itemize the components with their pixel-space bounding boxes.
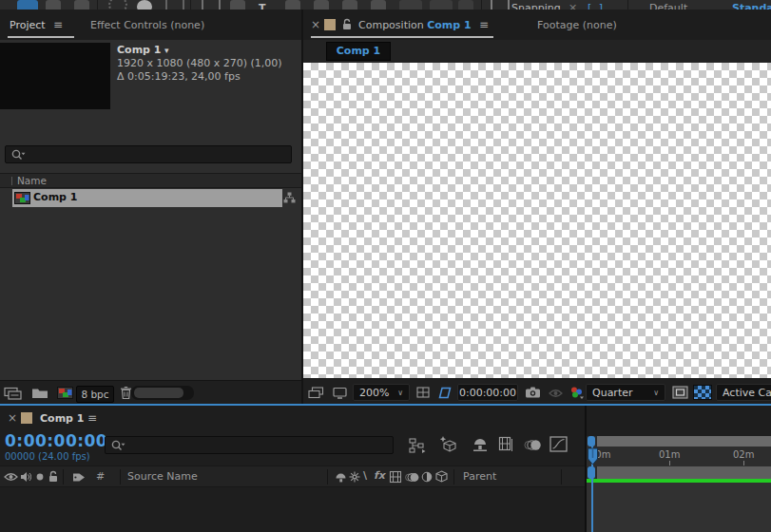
- tab-effect-controls[interactable]: Effect Controls (none): [90, 19, 204, 31]
- viewer-subtab-row: Comp 1: [303, 40, 771, 63]
- timeline-search-input[interactable]: [105, 436, 394, 454]
- project-item-info: Comp 1 ▾ 1920 x 1080 (480 x 270) (1,00) …: [117, 44, 282, 84]
- navigator-start-handle[interactable]: [588, 436, 595, 446]
- tab-project[interactable]: Project: [10, 19, 46, 31]
- new-folder-icon[interactable]: [31, 387, 48, 399]
- current-time-display[interactable]: 0:00:00:00: [5, 431, 107, 450]
- info-dropdown-icon[interactable]: ▾: [164, 46, 169, 55]
- graph-editor-icon[interactable]: [549, 436, 568, 452]
- column-divider: [120, 469, 121, 484]
- composition-mini-flowchart-icon[interactable]: [409, 438, 426, 453]
- info-duration: Δ 0:05:19:23, 24,00 fps: [117, 70, 282, 84]
- ruler-tick: [743, 461, 744, 466]
- panel-group-swatch[interactable]: [324, 19, 336, 30]
- composition-footer: 200% ∨ 0:00:00:00 Quarter ∨: [303, 378, 771, 406]
- channel-rgb-icon[interactable]: [569, 386, 584, 399]
- time-navigator-track[interactable]: [587, 436, 771, 446]
- source-name-column-header[interactable]: Source Name: [127, 470, 198, 483]
- work-area-track[interactable]: [587, 466, 771, 479]
- column-divider: [327, 469, 328, 484]
- monitor-icon[interactable]: [333, 387, 347, 399]
- show-snapshot-eye-icon[interactable]: [549, 389, 563, 398]
- resolution-dropdown[interactable]: Quarter ∨: [586, 384, 665, 401]
- project-list-header: Name: [0, 173, 301, 188]
- continuously-rasterize-icon[interactable]: \: [363, 469, 367, 482]
- chevron-down-icon: ∨: [397, 389, 403, 397]
- timeline-tab-comp[interactable]: Comp 1: [40, 412, 84, 425]
- motion-blur-icon[interactable]: [523, 439, 542, 451]
- frame-blend-column-icon[interactable]: [389, 470, 402, 484]
- composition-viewport[interactable]: [303, 63, 771, 378]
- always-preview-icon[interactable]: [308, 387, 324, 399]
- lock-icon[interactable]: [341, 18, 353, 30]
- tab-composition[interactable]: Composition Comp 1: [358, 19, 472, 31]
- adjustment-layer-icon[interactable]: [421, 471, 433, 483]
- 3d-layer-cube-icon[interactable]: [435, 470, 448, 483]
- index-column-header[interactable]: #: [96, 470, 105, 483]
- frame-blending-icon[interactable]: [498, 436, 514, 451]
- label-tag-icon[interactable]: [72, 472, 86, 483]
- layer-track-area[interactable]: [587, 483, 771, 532]
- toolbar-divider: [190, 0, 191, 10]
- preview-time-display[interactable]: 0:00:00:00: [457, 384, 518, 401]
- magnification-dropdown[interactable]: 200% ∨: [353, 384, 410, 401]
- snapshot-camera-icon[interactable]: [525, 386, 541, 399]
- timeline-column-headers: # Source Name \ fx: [0, 466, 585, 487]
- navigator-bar[interactable]: [597, 436, 771, 446]
- time-ruler[interactable]: 00m 01m 02m: [587, 446, 771, 466]
- project-item-row[interactable]: Comp 1: [0, 189, 301, 207]
- shy-toggle-icon[interactable]: [472, 437, 489, 451]
- tab-footage[interactable]: Footage (none): [537, 19, 617, 31]
- tab-composition-prefix: Composition: [358, 19, 424, 31]
- search-icon[interactable]: [110, 439, 125, 452]
- work-area-bar[interactable]: [597, 466, 771, 479]
- close-panel-icon[interactable]: ×: [8, 411, 17, 425]
- fx-icon[interactable]: fx: [374, 469, 385, 482]
- close-panel-icon[interactable]: ×: [311, 18, 320, 31]
- info-dimensions: 1920 x 1080 (480 x 270) (1,00): [117, 57, 282, 70]
- active-camera-dropdown[interactable]: Active Cam: [716, 384, 771, 401]
- project-search-input[interactable]: [5, 145, 292, 163]
- composition-panel: × Composition Comp 1 ≡ Footage (none) Co…: [303, 10, 771, 406]
- transparency-grid-icon[interactable]: [693, 385, 712, 400]
- column-name-header[interactable]: Name: [17, 175, 47, 186]
- grid-guides-icon[interactable]: [416, 387, 431, 399]
- mask-visibility-icon[interactable]: [435, 387, 453, 399]
- ruler-label: 01m: [659, 449, 680, 460]
- audio-speaker-icon[interactable]: [20, 471, 31, 483]
- flowchart-icon[interactable]: [283, 192, 296, 203]
- playhead-handle[interactable]: [587, 447, 599, 466]
- new-composition-icon[interactable]: [57, 387, 73, 399]
- toolbar-divider: [481, 0, 482, 10]
- active-tab-underline: [311, 36, 493, 38]
- motion-blur-column-icon[interactable]: [404, 472, 419, 483]
- project-item-label[interactable]: Comp 1: [33, 191, 77, 203]
- panel-menu-icon[interactable]: ≡: [479, 18, 489, 31]
- bit-depth-button[interactable]: 8 bpc: [76, 386, 114, 403]
- lock-column-icon[interactable]: [48, 470, 59, 483]
- parent-column-header[interactable]: Parent: [463, 470, 496, 483]
- column-divider: [561, 469, 562, 484]
- horizontal-scrollbar-thumb[interactable]: [134, 388, 183, 398]
- video-eye-icon[interactable]: [4, 472, 18, 482]
- ruler-tick: [669, 461, 670, 466]
- project-panel: Project ≡ Effect Controls (none) Comp 1 …: [0, 10, 301, 406]
- after-effects-window: T Snapping ✕ [‥] Default Standard Projec…: [0, 0, 771, 532]
- draft-3d-icon[interactable]: [439, 436, 457, 452]
- composition-item-icon: [14, 192, 30, 204]
- toolbar-divider: [627, 0, 628, 10]
- project-footer: 8 bpc: [0, 380, 301, 406]
- interpret-footage-icon[interactable]: [4, 387, 25, 401]
- region-of-interest-icon[interactable]: [672, 386, 688, 399]
- search-icon[interactable]: [10, 148, 26, 162]
- resolution-value: Quarter: [592, 387, 633, 399]
- viewer-subtab-comp[interactable]: Comp 1: [326, 42, 391, 61]
- collapse-transformations-icon[interactable]: [349, 471, 360, 483]
- info-comp-name[interactable]: Comp 1: [117, 44, 161, 56]
- panel-menu-icon[interactable]: ≡: [53, 18, 63, 31]
- panel-group-swatch[interactable]: [21, 412, 32, 424]
- solo-icon[interactable]: [35, 472, 45, 482]
- panel-menu-icon[interactable]: ≡: [87, 411, 97, 425]
- column-divider: [63, 469, 64, 484]
- shy-column-icon[interactable]: [335, 472, 347, 483]
